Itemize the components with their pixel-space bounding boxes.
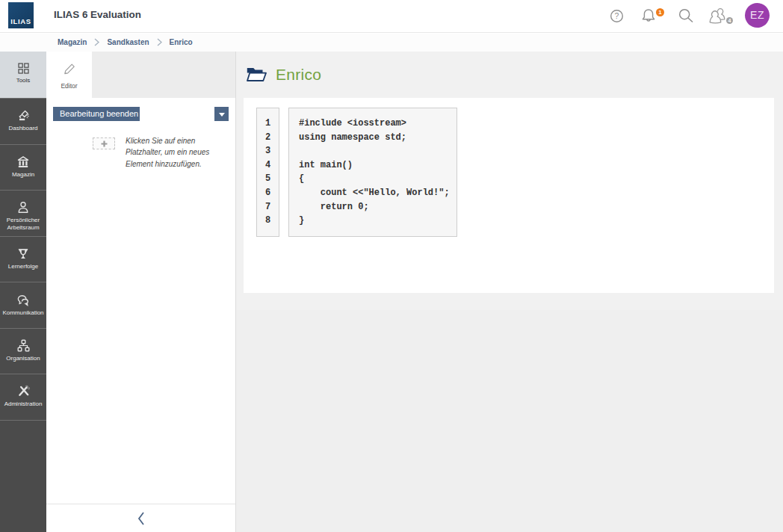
svg-text:?: ? <box>615 11 619 20</box>
